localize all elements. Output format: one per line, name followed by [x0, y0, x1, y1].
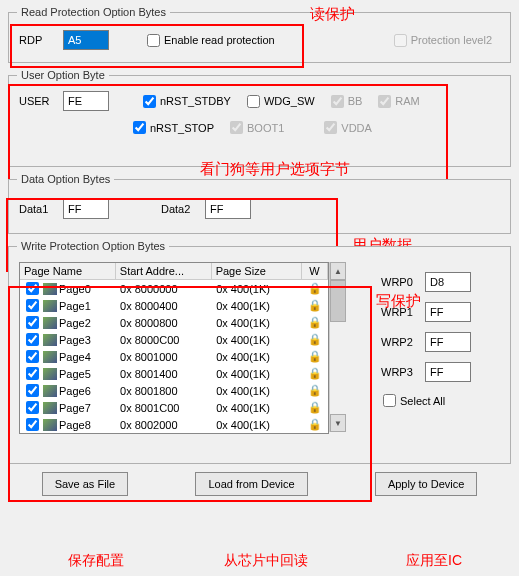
page-icon: [43, 402, 57, 414]
table-row[interactable]: Page80x 80020000x 400(1K)🔒: [20, 416, 328, 433]
read-protection-legend: Read Protection Option Bytes: [17, 6, 170, 18]
row-checkbox[interactable]: [26, 350, 39, 363]
scroll-down-icon[interactable]: ▼: [330, 414, 346, 432]
ram-checkbox: RAM: [376, 93, 419, 110]
wrp-label: WRP2: [381, 336, 419, 348]
select-all-checkbox[interactable]: Select All: [381, 392, 445, 409]
scroll-up-icon[interactable]: ▲: [330, 262, 346, 280]
data1-input[interactable]: [63, 199, 109, 219]
table-row[interactable]: Page40x 80010000x 400(1K)🔒: [20, 348, 328, 365]
page-icon: [43, 283, 57, 295]
write-protection-legend: Write Protection Option Bytes: [17, 240, 169, 252]
lock-icon: 🔒: [308, 418, 322, 430]
page-icon: [43, 317, 57, 329]
start-addr: 0x 8001800: [116, 385, 212, 397]
table-row[interactable]: Page30x 8000C000x 400(1K)🔒: [20, 331, 328, 348]
row-checkbox[interactable]: [26, 384, 39, 397]
data-option-group: Data Option Bytes Data1 Data2: [8, 173, 511, 234]
lock-icon: 🔒: [308, 367, 322, 379]
row-checkbox[interactable]: [26, 316, 39, 329]
row-checkbox[interactable]: [26, 418, 39, 431]
start-addr: 0x 8002000: [116, 419, 212, 431]
col-page-size[interactable]: Page Size: [212, 263, 302, 279]
lock-icon: 🔒: [308, 333, 322, 345]
col-start-addr[interactable]: Start Addre...: [116, 263, 212, 279]
start-addr: 0x 8000C00: [116, 334, 212, 346]
page-name: Page6: [59, 385, 91, 397]
wrp-input[interactable]: [425, 302, 471, 322]
protection-level2-checkbox: Protection level2: [392, 32, 492, 49]
wrp-input[interactable]: [425, 362, 471, 382]
apply-to-device-button[interactable]: Apply to Device: [375, 472, 477, 496]
annotation-load: 从芯片中回读: [224, 552, 308, 570]
vdda-checkbox: VDDA: [322, 119, 372, 136]
table-row[interactable]: Page20x 80008000x 400(1K)🔒: [20, 314, 328, 331]
page-size: 0x 400(1K): [212, 334, 302, 346]
start-addr: 0x 8001C00: [116, 402, 212, 414]
data-option-legend: Data Option Bytes: [17, 173, 114, 185]
table-header: Page Name Start Addre... Page Size W: [20, 263, 328, 280]
save-as-file-button[interactable]: Save as File: [42, 472, 129, 496]
data2-input[interactable]: [205, 199, 251, 219]
user-option-legend: User Option Byte: [17, 69, 109, 81]
row-checkbox[interactable]: [26, 367, 39, 380]
table-row[interactable]: Page10x 80004000x 400(1K)🔒: [20, 297, 328, 314]
table-row[interactable]: Page70x 8001C000x 400(1K)🔒: [20, 399, 328, 416]
annotation-read: 读保护: [310, 5, 355, 24]
lock-icon: 🔒: [308, 401, 322, 413]
table-row[interactable]: Page00x 80000000x 400(1K)🔒: [20, 280, 328, 297]
user-option-group: User Option Byte USER nRST_STDBY WDG_SW …: [8, 69, 511, 167]
wrp-label: WRP0: [381, 276, 419, 288]
nrst-stdby-checkbox[interactable]: nRST_STDBY: [141, 93, 231, 110]
page-size: 0x 400(1K): [212, 402, 302, 414]
row-checkbox[interactable]: [26, 401, 39, 414]
page-icon: [43, 334, 57, 346]
wrp-input[interactable]: [425, 272, 471, 292]
page-name: Page8: [59, 419, 91, 431]
scroll-thumb[interactable]: [330, 280, 346, 322]
page-size: 0x 400(1K): [212, 317, 302, 329]
table-row[interactable]: Page60x 80018000x 400(1K)🔒: [20, 382, 328, 399]
col-w[interactable]: W: [302, 263, 328, 279]
lock-icon: 🔒: [308, 282, 322, 294]
lock-icon: 🔒: [308, 384, 322, 396]
start-addr: 0x 8000400: [116, 300, 212, 312]
col-page-name[interactable]: Page Name: [20, 263, 116, 279]
bb-checkbox: BB: [329, 93, 363, 110]
page-size: 0x 400(1K): [212, 300, 302, 312]
row-checkbox[interactable]: [26, 299, 39, 312]
table-scrollbar[interactable]: ▲ ▼: [329, 262, 346, 432]
annotation-save: 保存配置: [68, 552, 124, 570]
wdg-sw-checkbox[interactable]: WDG_SW: [245, 93, 315, 110]
page-size: 0x 400(1K): [212, 283, 302, 295]
page-name: Page2: [59, 317, 91, 329]
wrp-input[interactable]: [425, 332, 471, 352]
page-icon: [43, 368, 57, 380]
enable-read-protection-checkbox[interactable]: Enable read protection: [145, 32, 275, 49]
rdp-input[interactable]: [63, 30, 109, 50]
load-from-device-button[interactable]: Load from Device: [195, 472, 307, 496]
start-addr: 0x 8001000: [116, 351, 212, 363]
page-size: 0x 400(1K): [212, 368, 302, 380]
page-size: 0x 400(1K): [212, 351, 302, 363]
rdp-label: RDP: [19, 34, 57, 46]
row-checkbox[interactable]: [26, 333, 39, 346]
table-row[interactable]: Page50x 80014000x 400(1K)🔒: [20, 365, 328, 382]
write-protection-group: Write Protection Option Bytes Page Name …: [8, 240, 511, 464]
page-name: Page1: [59, 300, 91, 312]
page-icon: [43, 300, 57, 312]
page-name: Page3: [59, 334, 91, 346]
row-checkbox[interactable]: [26, 282, 39, 295]
annotation-apply: 应用至IC: [406, 552, 462, 570]
lock-icon: 🔒: [308, 316, 322, 328]
start-addr: 0x 8000800: [116, 317, 212, 329]
nrst-stop-checkbox[interactable]: nRST_STOP: [131, 119, 214, 136]
page-icon: [43, 351, 57, 363]
wrp-label: WRP3: [381, 366, 419, 378]
lock-icon: 🔒: [308, 299, 322, 311]
page-icon: [43, 385, 57, 397]
page-size: 0x 400(1K): [212, 419, 302, 431]
annotation-write: 写保护: [376, 292, 421, 311]
user-input[interactable]: [63, 91, 109, 111]
page-name: Page0: [59, 283, 91, 295]
